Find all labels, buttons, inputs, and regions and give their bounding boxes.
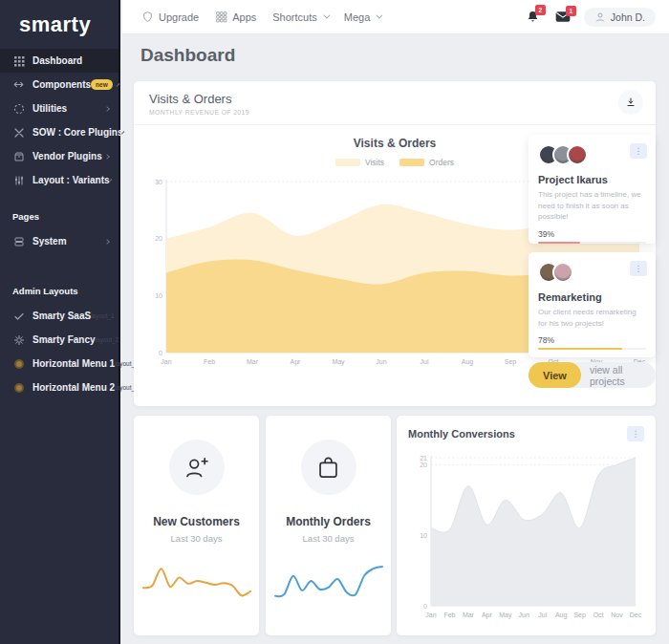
kebab-menu-button[interactable]: ⋮ <box>627 426 644 441</box>
sidebar-item-smarty-fancy[interactable]: Smarty Fancy layout_2 <box>0 328 119 352</box>
shield-icon <box>141 11 154 23</box>
view-all-projects-link[interactable]: view all projects <box>590 364 656 387</box>
download-button[interactable] <box>618 90 643 115</box>
sparkline-path <box>275 567 382 596</box>
card-subtitle: MONTHLY REVENUE OF 2019 <box>149 109 640 116</box>
card-header: Visits & Orders MONTHLY REVENUE OF 2019 <box>134 81 656 125</box>
x-tick-label: Nov <box>611 612 623 618</box>
progress-fill <box>538 242 580 244</box>
gear-icon <box>12 333 25 346</box>
dashed-circle-icon <box>12 102 25 115</box>
sidebar-item-horizontal-menu-1[interactable]: Horizontal Menu 1 layout_3 <box>0 352 119 376</box>
y-tick-label: 0 <box>423 603 427 610</box>
sidebar-item-smarty-saas[interactable]: Smarty SaaS layout_1 <box>0 304 119 328</box>
project-description: Our client needs remarketing for his two… <box>538 307 646 329</box>
sidebar-item-horizontal-menu-2[interactable]: Horizontal Menu 2 layout_4 <box>0 376 119 399</box>
sidebar-item-dashboard[interactable]: Dashboard <box>0 49 119 73</box>
check-icon <box>12 310 25 322</box>
shortcuts-menu[interactable]: Shortcuts <box>272 11 327 23</box>
x-tick-label: Aug <box>462 358 474 366</box>
sidebar-item-utilities[interactable]: Utilities <box>0 97 119 120</box>
monthly-conversions-svg: 0102021JanFebMarAprMayJunJulAugSepOctNov… <box>408 451 644 621</box>
sidebar-item-label: System <box>32 236 67 247</box>
x-tick-label: May <box>332 358 345 366</box>
monthly-conversions-chart: 0102021JanFebMarAprMayJunJulAugSepOctNov… <box>408 451 644 621</box>
topbar-right: 2 1 John D. <box>510 8 656 27</box>
legend-item[interactable]: Orders <box>399 158 454 167</box>
project-card: ⋮ Project Ikarus This project has a time… <box>529 135 656 244</box>
person-plus-icon <box>183 455 209 481</box>
x-tick-label: Mar <box>463 612 475 618</box>
x-tick-label: Jul <box>421 358 429 365</box>
card-title: Monthly Conversions <box>408 428 515 440</box>
stat-subtitle: Last 30 days <box>266 533 391 544</box>
sidebar-item-label: Smarty Fancy <box>32 334 96 345</box>
x-tick-label: Oct <box>593 612 604 618</box>
legend-swatch <box>399 159 424 166</box>
apps-grid-icon <box>215 11 227 23</box>
progress-track <box>538 242 646 244</box>
mega-menu[interactable]: Mega <box>344 11 381 23</box>
project-card: ⋮ Remarketing Our client needs remarketi… <box>529 252 656 357</box>
monthly-orders-sparkline <box>272 555 385 616</box>
project-title: Project Ikarus <box>538 174 646 185</box>
sidebar-item-system[interactable]: System <box>0 229 119 253</box>
sparkline-path <box>143 569 250 595</box>
x-tick-label: Apr <box>482 612 493 619</box>
chevron-right-icon <box>116 83 119 87</box>
apps-link[interactable]: Apps <box>215 11 256 23</box>
sidebar-item-layout-variants[interactable]: Layout : Variants <box>0 168 119 192</box>
messages-button[interactable]: 1 <box>555 11 571 23</box>
person-icon <box>594 11 606 23</box>
sidebar-item-vendor-plugins[interactable]: Vendor Plugins <box>0 144 119 168</box>
sidebar-item-label: Components <box>32 79 91 90</box>
logo[interactable]: smarty <box>0 0 119 49</box>
upgrade-link[interactable]: Upgrade <box>141 11 199 23</box>
section-header-admin-layouts: Admin Layouts <box>0 253 119 304</box>
upgrade-label: Upgrade <box>159 11 199 23</box>
sidebar: smarty Dashboard Components new Utilitie… <box>0 0 120 644</box>
chevron-down-icon <box>377 12 383 19</box>
y-tick-label: 21 <box>420 455 427 462</box>
legend-label: Visits <box>365 158 384 167</box>
shopping-bag-icon <box>315 455 341 481</box>
sidebar-item-label: Dashboard <box>32 55 82 66</box>
new-customers-sparkline <box>140 555 253 616</box>
project-title: Remarketing <box>538 291 646 303</box>
x-tick-label: Mar <box>247 358 259 365</box>
topbar: Upgrade Apps Shortcuts Mega 2 1 <box>122 0 669 34</box>
stat-title: Monthly Orders <box>266 515 391 528</box>
icon-circle <box>301 440 356 495</box>
visits-orders-card: Visits & Orders MONTHLY REVENUE OF 2019 … <box>134 81 656 406</box>
stat-title: New Customers <box>134 515 259 528</box>
double-arrow-icon <box>12 78 25 91</box>
card-title: Visits & Orders <box>149 92 640 106</box>
kebab-menu-button[interactable]: ⋮ <box>630 143 647 159</box>
new-badge: new <box>91 79 113 90</box>
x-tick-label: Apr <box>291 358 302 366</box>
view-button[interactable]: View <box>529 362 581 388</box>
kebab-menu-button[interactable]: ⋮ <box>630 261 647 276</box>
chevron-right-icon <box>104 239 110 245</box>
icon-circle <box>169 440 225 495</box>
x-tick-label: Feb <box>443 612 455 618</box>
mail-count-badge: 1 <box>566 6 576 16</box>
monthly-orders-card: Monthly Orders Last 30 days <box>266 416 391 635</box>
circle-icon <box>12 381 25 394</box>
legend-label: Orders <box>429 158 454 167</box>
sidebar-item-core-plugins[interactable]: SOW : Core Plugins <box>0 120 119 144</box>
x-tick-label: Jan <box>425 612 436 618</box>
card-header: Monthly Conversions ⋮ <box>408 426 644 441</box>
page-title: Dashboard <box>140 45 235 66</box>
monthly-orders-spark-svg <box>272 555 385 616</box>
legend-item[interactable]: Visits <box>335 158 384 167</box>
user-menu[interactable]: John D. <box>584 8 656 27</box>
view-projects-row: View view all projects <box>529 362 656 388</box>
app-root: smarty Dashboard Components new Utilitie… <box>0 0 669 644</box>
project-description: This project has a timeline, we need to … <box>538 189 646 223</box>
sidebar-item-label: Utilities <box>32 103 67 114</box>
notifications-button[interactable]: 2 <box>526 10 540 24</box>
sidebar-item-components[interactable]: Components new <box>0 73 119 97</box>
y-tick-label: 30 <box>155 179 162 185</box>
bell-count-badge: 2 <box>535 5 546 15</box>
